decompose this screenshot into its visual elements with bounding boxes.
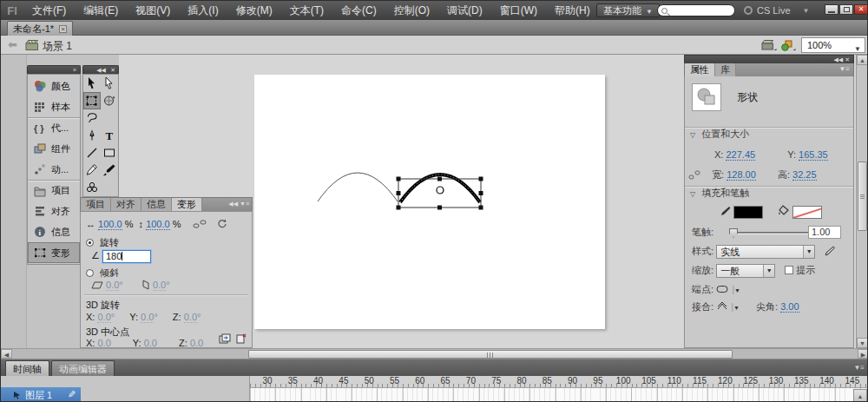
subselection-tool[interactable]	[101, 75, 118, 92]
line-tool[interactable]	[83, 144, 101, 161]
panel-tab[interactable]: 属性	[685, 63, 715, 76]
panel-menu-icon[interactable]: ▼≡	[853, 364, 865, 372]
collapse-panel-icon[interactable]: ◀◀	[96, 67, 106, 74]
scroll-left-icon[interactable]: ◀	[1, 349, 12, 359]
search-input[interactable]	[657, 4, 735, 16]
dock-item-motion[interactable]: 动...	[28, 159, 80, 180]
panel-tab[interactable]: 项目	[81, 198, 111, 211]
brush-tool[interactable]	[101, 161, 118, 179]
chevron-down-icon[interactable]: ▼	[733, 305, 740, 311]
frames-grid[interactable]	[250, 388, 868, 402]
join-style-icon[interactable]	[716, 301, 728, 312]
pencil-tool[interactable]	[83, 161, 101, 179]
remove-transform-icon[interactable]	[236, 333, 247, 344]
menu-item[interactable]: 调试(D)	[438, 1, 491, 20]
rotate-radio[interactable]	[86, 239, 94, 247]
chevron-down-icon[interactable]: ▼	[734, 287, 740, 293]
menu-item[interactable]: 控制(O)	[385, 1, 438, 20]
timeline-scroll-up-icon[interactable]: ▲	[853, 389, 867, 402]
menu-item[interactable]: 视图(V)	[127, 1, 179, 20]
menu-item[interactable]: 文本(T)	[281, 1, 332, 20]
cap-style-icon[interactable]	[716, 284, 729, 294]
expand-panels-icon[interactable]: »	[73, 67, 76, 74]
gradient-transform-tool[interactable]	[101, 92, 118, 109]
menu-item[interactable]: 命令(C)	[332, 1, 385, 20]
layer-row[interactable]: 图层 1 ✎	[1, 387, 81, 402]
vertical-scrollbar-thumb[interactable]	[858, 161, 867, 231]
horizontal-scrollbar-thumb[interactable]	[248, 350, 733, 359]
rotate-angle-input[interactable]: 180	[102, 250, 151, 263]
transform-center-point[interactable]	[437, 187, 444, 194]
link-width-height-icon[interactable]	[688, 169, 700, 180]
vertical-scrollbar[interactable]: ▲ ▼	[856, 55, 868, 348]
collapse-close-icons[interactable]: ◀◀ ✕	[833, 56, 850, 63]
position-x-value[interactable]: 227.45	[726, 149, 755, 161]
height-value[interactable]: 32.25	[792, 169, 817, 181]
menu-item[interactable]: 修改(M)	[227, 1, 281, 20]
scroll-down-icon[interactable]: ▼	[857, 338, 868, 348]
edit-stroke-style-icon[interactable]	[825, 246, 835, 256]
width-value[interactable]: 128.00	[727, 169, 756, 181]
selection-tool[interactable]	[83, 75, 101, 92]
menu-item[interactable]: 编辑(E)	[75, 1, 127, 20]
edit-symbol-button[interactable]	[780, 39, 796, 52]
dock-item-swatches[interactable]: 样本	[28, 96, 80, 117]
deco-tool[interactable]	[83, 179, 101, 196]
dock-item-color[interactable]: 颜色	[28, 76, 80, 96]
scroll-up-icon[interactable]: ▲	[857, 55, 868, 65]
stroke-style-select[interactable]: 实线 ▼	[716, 245, 815, 259]
timeline-ruler[interactable]: 3035404550556065707580859095100105110115…	[250, 376, 868, 388]
panel-tab[interactable]: 变形	[172, 198, 202, 211]
stage-canvas[interactable]	[254, 75, 605, 329]
panel-menu-icon[interactable]: ▼≡	[838, 65, 850, 73]
panel-tab[interactable]: 对齐	[111, 198, 141, 211]
pen-tool[interactable]	[83, 127, 101, 144]
menu-item[interactable]: 文件(F)	[23, 1, 75, 20]
scale-x-value[interactable]: 100.0	[98, 219, 122, 230]
rotate3d-y[interactable]: 0.0	[141, 312, 154, 323]
scroll-right-icon[interactable]: ▶	[858, 349, 868, 359]
close-panel-icon[interactable]: ✕	[110, 67, 115, 74]
close-tab-icon[interactable]: ✕	[59, 25, 67, 33]
skew-y-value[interactable]: 0.0	[153, 280, 166, 291]
panel-menu-icon[interactable]: ◀◀ ▼≡	[228, 201, 249, 208]
free-transform-tool[interactable]	[83, 92, 101, 109]
timeline-tab[interactable]: 时间轴	[5, 360, 49, 376]
position-y-value[interactable]: 165.35	[799, 149, 828, 161]
curve-unselected[interactable]	[318, 173, 398, 201]
lasso-tool[interactable]	[83, 109, 101, 127]
dock-item-info[interactable]: i信息	[28, 221, 80, 242]
rectangle-tool[interactable]	[101, 144, 118, 161]
stroke-weight-slider[interactable]	[731, 232, 811, 234]
miter-value[interactable]: 3.00	[780, 301, 799, 313]
panel-tab[interactable]: 信息	[141, 198, 172, 211]
dock-item-align[interactable]: 对齐	[28, 201, 80, 221]
stage-zoom-select[interactable]: 100% ▼	[801, 37, 865, 53]
document-tab[interactable]: 未命名-1* ✕	[7, 21, 73, 36]
close-button[interactable]: ✕	[854, 4, 868, 15]
minimize-button[interactable]	[825, 4, 838, 15]
skew-radio[interactable]	[86, 269, 94, 277]
cs-live-button[interactable]: CS Live ▼	[744, 3, 809, 17]
constrain-link-icon[interactable]	[193, 219, 209, 229]
menu-item[interactable]: 插入(I)	[179, 1, 227, 20]
dock-item-project[interactable]: 项目	[28, 180, 80, 201]
restore-button[interactable]	[839, 4, 853, 15]
back-arrow-icon[interactable]: ⬅	[8, 38, 17, 51]
slider-thumb[interactable]	[729, 228, 738, 238]
reset-scale-icon[interactable]	[216, 219, 227, 229]
stroke-weight-value[interactable]: 1.00	[808, 226, 841, 239]
panel-tab[interactable]: 库	[715, 63, 736, 76]
text-tool[interactable]: T	[101, 127, 118, 144]
rotate3d-x[interactable]: 0.0	[97, 312, 110, 323]
menu-item[interactable]: 窗口(W)	[491, 1, 546, 20]
duplicate-selection-and-transform-icon[interactable]	[219, 333, 231, 344]
skew-x-value[interactable]: 0.0	[106, 280, 119, 291]
horizontal-scrollbar[interactable]: ◀ ▶	[1, 348, 868, 359]
scale-y-value[interactable]: 100.0	[146, 219, 170, 230]
menu-item[interactable]: 帮助(H)	[546, 1, 599, 20]
rotate3d-z[interactable]: 0.0	[184, 312, 197, 323]
section-position-size[interactable]: ▽ 位置和大小	[685, 127, 853, 140]
fill-color-swatch-none[interactable]	[792, 206, 822, 219]
section-fill-stroke[interactable]: ▽ 填充和笔触	[685, 186, 853, 199]
